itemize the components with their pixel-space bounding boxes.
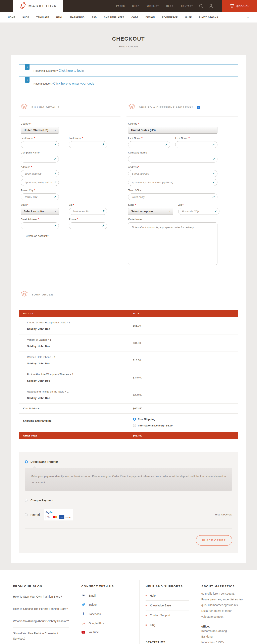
dropdown-arrow-icon: ▼ — [169, 210, 171, 212]
radio-icon[interactable] — [25, 499, 28, 502]
shipping-street-input[interactable] — [128, 170, 218, 177]
login-link[interactable]: Click here to login — [58, 69, 84, 72]
billing-first-name-input[interactable] — [21, 141, 59, 148]
shipping-country-select[interactable]: United States (US) ▼ — [128, 127, 218, 134]
free-shipping-option[interactable]: Free Shipping — [133, 418, 238, 421]
your-order-header: YOUR ORDER — [19, 285, 238, 304]
coupon-text: Have a coupon? — [34, 82, 53, 85]
nav-blog[interactable]: BLOG — [166, 5, 174, 7]
menu-home[interactable]: HOME — [8, 16, 15, 18]
state-label: State* — [128, 203, 173, 206]
billing-town-input[interactable] — [21, 194, 59, 200]
place-order-button[interactable]: PLACE ORDER — [196, 535, 232, 546]
breadcrumb-home[interactable]: Home — [119, 45, 125, 48]
order-item-row: Variant of Laptop × 1 Sold by: John Doe … — [19, 334, 238, 352]
shipping-section: SHIP TO A DIFFERENT ADDRESS? ✓ Country* … — [126, 98, 238, 266]
billing-country-select[interactable]: United States (US) ▼ — [21, 127, 59, 134]
shipping-town-input[interactable] — [128, 194, 218, 200]
menu-psd[interactable]: PSD — [92, 16, 96, 18]
social-link-facebook[interactable]: f Facebook — [81, 612, 133, 616]
billing-email-input[interactable] — [21, 222, 59, 229]
returning-customer-notice: i Returning customer? Click here to logi… — [19, 64, 238, 76]
visa-card-icon: VISA — [46, 515, 52, 519]
blog-link[interactable]: Should You Use Fashion Consultant Servic… — [13, 628, 69, 644]
billing-company-input[interactable] — [21, 156, 59, 162]
cart-icon — [229, 4, 234, 9]
last-name-label: Last Name* — [69, 136, 107, 140]
page-hero: CHECKOUT Home›Checkout — [0, 22, 257, 55]
direct-bank-transfer-option[interactable]: Direct Bank Transfer — [25, 460, 232, 464]
nav-wishlist[interactable]: WISHLIST — [147, 5, 159, 7]
radio-selected-icon[interactable] — [133, 418, 136, 421]
order-notes-textarea[interactable] — [128, 222, 218, 265]
about-text: ec mollis lorem consequat. Fusce ipsum e… — [202, 591, 243, 620]
menu-code[interactable]: CODE — [132, 16, 138, 18]
billing-phone-input[interactable] — [69, 222, 107, 229]
blog-link[interactable]: How To Start Your Own Fashion Store? — [13, 591, 69, 603]
social-link-youtube[interactable]: Youtube — [81, 630, 133, 634]
chevron-double-down-icon[interactable]: » — [247, 17, 250, 18]
blog-link[interactable]: What is So Alluring About Celebrity Fash… — [13, 615, 69, 628]
order-item-seller: Sold by: John Doe — [23, 379, 133, 382]
shipping-state-select[interactable]: Select an option... ▼ — [128, 208, 173, 215]
create-account-row: Create an account? — [19, 234, 120, 238]
menu-photo-stocks[interactable]: PHOTO STOCKS — [199, 16, 218, 18]
shipping-apartment-input[interactable] — [128, 179, 218, 186]
layers-icon — [21, 104, 28, 111]
social-link-twitter[interactable]: Twitter — [81, 603, 133, 606]
search-icon[interactable] — [199, 4, 204, 8]
coupon-notice: i Have a coupon? Click here to enter you… — [19, 76, 238, 90]
office-address: Kecamatan Coblong Bandung. Indonesia - 1… — [202, 628, 243, 644]
shipping-handling-label: Shipping and Handling — [19, 418, 133, 427]
menu-html[interactable]: HTML — [56, 16, 63, 18]
radio-selected-icon[interactable] — [25, 460, 28, 464]
menu-ecommerce[interactable]: ECOMMERCE — [162, 16, 178, 18]
order-item-name: Women Hold iPhone × 1 — [23, 356, 133, 358]
paypal-option[interactable]: PayPal PayPal VISA AMEX DISCOVER What is… — [25, 509, 232, 520]
nav-pages[interactable]: PAGES — [116, 5, 125, 7]
help-link[interactable]: Knowladge Base — [146, 600, 189, 610]
help-link[interactable]: Contact Support — [146, 610, 189, 620]
country-label: Country* — [21, 122, 59, 125]
order-item-row: iPhone 5s with Headphones Jack × 1 Sold … — [19, 317, 238, 334]
radio-icon[interactable] — [25, 513, 28, 516]
create-account-checkbox[interactable] — [21, 234, 23, 237]
shipping-company-input[interactable] — [128, 156, 218, 162]
menu-shop[interactable]: SHOP — [22, 16, 29, 18]
logo[interactable]: MARKETICA — [13, 0, 63, 12]
billing-last-name-input[interactable] — [69, 141, 107, 148]
cart-button[interactable]: $653.50 — [222, 0, 257, 12]
bullet-icon — [146, 595, 147, 596]
shipping-zip-input[interactable] — [178, 208, 220, 215]
billing-apartment-input[interactable] — [21, 179, 59, 186]
help-link[interactable]: Help — [146, 591, 189, 600]
brand-name: MARKETICA — [28, 4, 57, 8]
shipping-last-name-input[interactable] — [175, 141, 218, 148]
radio-icon[interactable] — [133, 424, 136, 427]
menu-marketing[interactable]: MARKETING — [70, 16, 84, 18]
what-is-paypal-link[interactable]: What is PayPal? — [215, 513, 232, 516]
billing-street-input[interactable] — [21, 170, 59, 177]
create-account-label: Create an account? — [26, 234, 48, 238]
help-link[interactable]: FAQ — [146, 620, 189, 630]
billing-zip-input[interactable] — [69, 208, 107, 215]
menu-muse[interactable]: MUSE — [185, 16, 192, 18]
top-header: MARKETICA PAGES SHOP WISHLIST BLOG CONTA… — [0, 0, 257, 12]
menu-design[interactable]: DESIGN — [146, 16, 155, 18]
cheque-payment-option[interactable]: Cheque Payment — [25, 499, 232, 502]
shipping-first-name-input[interactable] — [128, 141, 170, 148]
blog-link[interactable]: How To Choose The Perfect Fashion Store? — [13, 603, 69, 615]
menu-cms-templates[interactable]: CMS TEMPLATES — [104, 16, 124, 18]
nav-contact[interactable]: CONTACT — [181, 5, 193, 7]
billing-state-select[interactable]: Select an option... ▼ — [21, 208, 59, 215]
social-link-email[interactable]: ✉ Email — [81, 594, 133, 598]
coupon-link[interactable]: Click here to enter your code — [53, 82, 94, 85]
menu-template[interactable]: TEMPLATE — [36, 16, 49, 18]
international-delivery-option[interactable]: International Delivery: $5.90 — [133, 424, 238, 427]
social-link-google-plus[interactable]: g+ Google Plus — [81, 622, 133, 625]
office-label: office: — [202, 625, 243, 628]
nav-shop[interactable]: SHOP — [132, 5, 139, 7]
paypal-logo: PayPal — [46, 511, 53, 514]
user-icon[interactable] — [208, 4, 213, 8]
ship-different-checkbox[interactable]: ✓ — [197, 106, 200, 109]
